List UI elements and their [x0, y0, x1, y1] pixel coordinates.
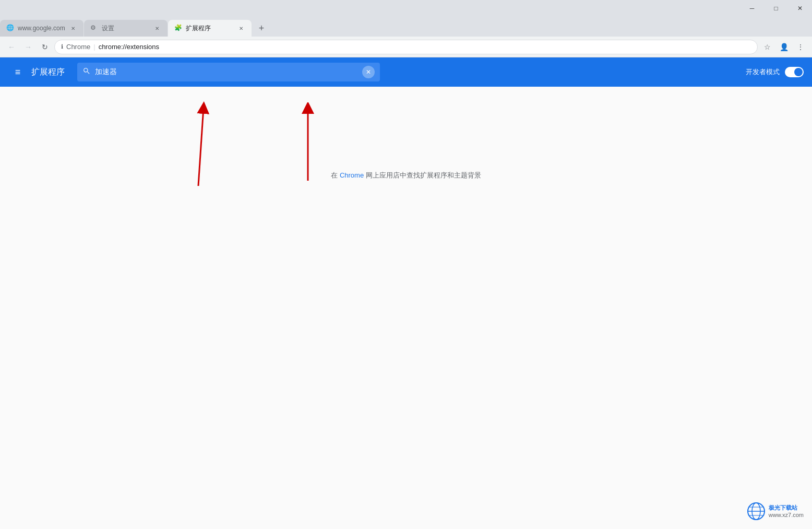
tab-settings-close[interactable]: ✕ [153, 24, 161, 32]
tab-google[interactable]: 🌐 www.google.com ✕ [0, 20, 83, 37]
dev-mode-toggle[interactable] [785, 67, 804, 77]
account-button[interactable]: 👤 [777, 40, 791, 54]
tab-settings[interactable]: ⚙ 设置 ✕ [84, 20, 168, 37]
watermark: 极光下载站 www.xz7.com [747, 502, 804, 521]
title-bar: ─ □ ✕ [0, 0, 812, 17]
menu-button[interactable]: ⋮ [793, 40, 808, 54]
dev-mode-area: 开发者模式 [746, 67, 804, 77]
close-button[interactable]: ✕ [788, 0, 812, 17]
red-arrow-2 [292, 102, 324, 186]
dev-mode-label: 开发者模式 [746, 67, 780, 77]
url-text: chrome://extensions [99, 43, 159, 51]
new-tab-button[interactable]: + [254, 21, 269, 36]
tab-settings-title: 设置 [102, 24, 151, 33]
red-arrow-1 [177, 97, 240, 191]
forward-button[interactable]: → [21, 40, 35, 54]
nav-bar: ← → ↻ ℹ Chrome | chrome://extensions ☆ 👤… [0, 37, 812, 57]
refresh-button[interactable]: ↻ [38, 40, 52, 54]
address-bar[interactable]: ℹ Chrome | chrome://extensions [54, 40, 758, 54]
address-separator: | [93, 43, 95, 51]
store-link-area: 在 Chrome 网上应用店中查找扩展程序和主题背景 [331, 170, 481, 180]
search-icon [82, 67, 91, 77]
tab-google-favicon: 🌐 [6, 24, 15, 32]
search-clear-button[interactable]: ✕ [362, 66, 375, 78]
extensions-title: 扩展程序 [31, 67, 65, 78]
watermark-line2: www.xz7.com [769, 511, 804, 519]
minimize-button[interactable]: ─ [740, 0, 764, 17]
tab-settings-favicon: ⚙ [90, 24, 99, 32]
back-button[interactable]: ← [4, 40, 19, 54]
store-link-text: 在 Chrome 网上应用店中查找扩展程序和主题背景 [331, 171, 481, 179]
lock-icon: ℹ [61, 43, 63, 50]
watermark-text: 极光下载站 www.xz7.com [769, 504, 804, 519]
tab-extensions-favicon: 🧩 [174, 24, 183, 32]
maximize-button[interactable]: □ [764, 0, 788, 17]
watermark-logo [747, 502, 766, 521]
bookmark-button[interactable]: ☆ [760, 40, 774, 54]
tab-google-close[interactable]: ✕ [69, 24, 77, 32]
tab-extensions-title: 扩展程序 [186, 24, 235, 33]
tab-bar: 🌐 www.google.com ✕ ⚙ 设置 ✕ 🧩 扩展程序 ✕ + [0, 17, 812, 37]
chrome-store-link[interactable]: Chrome [340, 171, 364, 179]
search-box[interactable]: ✕ [77, 63, 380, 81]
window-controls: ─ □ ✕ [740, 0, 812, 17]
toggle-knob [794, 68, 803, 76]
tab-extensions[interactable]: 🧩 扩展程序 ✕ [168, 20, 252, 37]
extensions-header: ≡ 扩展程序 ✕ 开发者模式 [0, 57, 812, 87]
svg-line-1 [198, 108, 204, 186]
chrome-brand-label: Chrome [66, 43, 90, 51]
watermark-line1: 极光下载站 [769, 504, 804, 511]
tab-google-title: www.google.com [18, 25, 67, 32]
hamburger-button[interactable]: ≡ [8, 63, 27, 81]
main-content: 在 Chrome 网上应用店中查找扩展程序和主题背景 极 [0, 87, 812, 529]
nav-right-controls: ☆ 👤 ⋮ [760, 40, 808, 54]
search-input[interactable] [95, 68, 362, 76]
tab-extensions-close[interactable]: ✕ [237, 24, 245, 32]
